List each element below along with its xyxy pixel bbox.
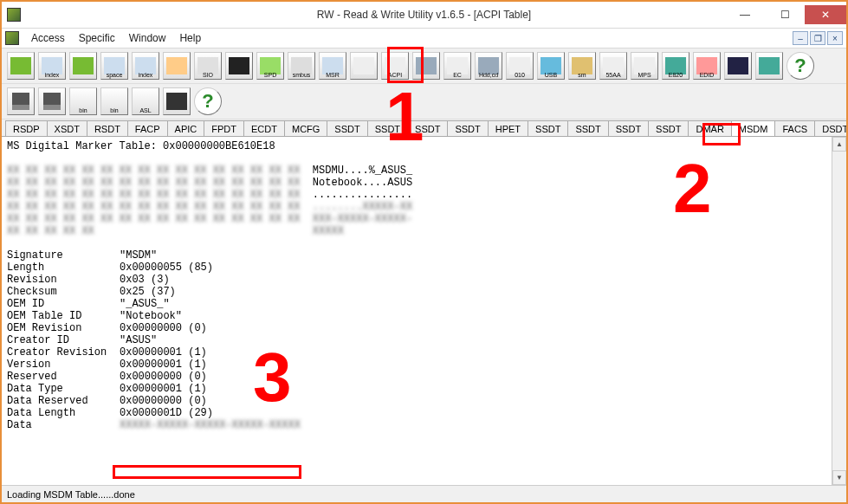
- tab-rsdp-0[interactable]: RSDP: [5, 120, 48, 136]
- index2-icon[interactable]: index: [132, 52, 159, 80]
- tab-ssdt-13[interactable]: SSDT: [528, 120, 568, 136]
- hdd-cd-icon[interactable]: Hdd,cd: [475, 52, 502, 80]
- hex-row: XX XX XX XX XX XX XX XX XX XX XX XX XX X…: [7, 201, 826, 213]
- help-icon[interactable]: ?: [194, 87, 222, 115]
- field-key: OEM ID: [7, 298, 120, 310]
- save-icon[interactable]: [7, 87, 35, 115]
- tab-ssdt-9[interactable]: SSDT: [367, 120, 408, 136]
- tab-msdm-18[interactable]: MSDM: [731, 120, 776, 136]
- smbus-icon[interactable]: smbus: [288, 52, 315, 80]
- dimm2-icon[interactable]: [69, 52, 97, 80]
- smbios-icon[interactable]: sm: [568, 52, 596, 80]
- 010-icon[interactable]: 010: [506, 52, 534, 80]
- tab-facp-3[interactable]: FACP: [127, 120, 168, 136]
- field-value: 0x0000001D (29): [120, 407, 213, 419]
- field-key: OEM Table ID: [7, 310, 120, 322]
- field-value: 0x00000001 (1): [120, 383, 207, 395]
- tab-ecdt-6[interactable]: ECDT: [243, 120, 285, 136]
- doc-icon[interactable]: [350, 52, 378, 80]
- field-value: "MSDM": [120, 249, 157, 262]
- binoculars-icon[interactable]: [163, 87, 191, 115]
- mdi-minimize-button[interactable]: –: [793, 31, 808, 45]
- scroll-track[interactable]: [832, 152, 846, 470]
- field-row: Length0x00000055 (85): [7, 262, 826, 274]
- tab-facs-19[interactable]: FACS: [774, 120, 815, 136]
- edid-icon[interactable]: EDID: [693, 52, 721, 80]
- app-icon-small[interactable]: [5, 31, 19, 45]
- field-value: XXXXX-XXXXX-XXXXX-XXXXX-XXXXX: [120, 419, 301, 431]
- tab-fpdt-5[interactable]: FPDT: [204, 120, 244, 136]
- field-key: Version: [7, 359, 120, 371]
- minimize-button[interactable]: —: [725, 5, 765, 24]
- tab-ssdt-11[interactable]: SSDT: [447, 120, 488, 136]
- chip-icon[interactable]: [163, 52, 191, 80]
- field-key: Length: [7, 262, 120, 274]
- field-value: 0x00000001 (1): [120, 346, 207, 359]
- menu-specific[interactable]: Specific: [72, 32, 122, 44]
- tab-ssdt-10[interactable]: SSDT: [407, 120, 448, 136]
- tab-dmar-17[interactable]: DMAR: [688, 120, 731, 136]
- field-key: OEM Revision: [7, 322, 120, 334]
- scroll-down-button[interactable]: ▼: [832, 470, 846, 485]
- field-row: Reserved0x00000000 (0): [7, 371, 826, 383]
- menubar: Access Specific Window Help – ❐ ×: [2, 28, 846, 48]
- monitor-icon[interactable]: [755, 52, 783, 80]
- content-area: MS Digital Marker Table: 0x00000000BE610…: [2, 136, 846, 485]
- vertical-scrollbar[interactable]: ▲ ▼: [832, 137, 846, 485]
- index-icon[interactable]: index: [38, 52, 66, 80]
- tab-mcfg-7[interactable]: MCFG: [284, 120, 327, 136]
- mps-icon[interactable]: MPS: [631, 52, 658, 80]
- tab-xsdt-1[interactable]: XSDT: [47, 120, 87, 136]
- acpi-icon[interactable]: ACPI: [381, 52, 409, 80]
- hex-row: XX XX XX XX XX XXXXX: [7, 225, 826, 237]
- mdi-restore-button[interactable]: ❐: [810, 31, 825, 45]
- bin2-icon[interactable]: bin: [100, 87, 128, 115]
- sio-icon[interactable]: SIO: [194, 52, 222, 80]
- wave-icon[interactable]: [225, 52, 253, 80]
- bin-icon[interactable]: bin: [69, 87, 97, 115]
- field-row: Revision0x03 (3): [7, 274, 826, 286]
- hex-row: XX XX XX XX XX XX XX XX XX XX XX XX XX X…: [7, 213, 826, 225]
- e820-icon[interactable]: E820: [662, 52, 689, 80]
- spd-icon[interactable]: SPD: [256, 52, 284, 80]
- tab-apic-4[interactable]: APIC: [167, 120, 205, 136]
- field-value: "ASUS": [120, 334, 157, 346]
- tab-ssdt-8[interactable]: SSDT: [327, 120, 367, 136]
- dimm-icon[interactable]: [7, 52, 35, 80]
- field-row: Signature"MSDM": [7, 249, 826, 262]
- tab-strip: RSDPXSDTRSDTFACPAPICFPDTECDTMCFGSSDTSSDT…: [2, 120, 846, 136]
- tab-ssdt-14[interactable]: SSDT: [567, 120, 608, 136]
- maximize-button[interactable]: ☐: [765, 5, 805, 24]
- field-row: Data Length0x0000001D (29): [7, 407, 826, 419]
- cmd-icon[interactable]: [724, 52, 752, 80]
- menu-help[interactable]: Help: [172, 32, 208, 44]
- menu-window[interactable]: Window: [122, 32, 173, 44]
- field-row: Version0x00000001 (1): [7, 359, 826, 371]
- hex-row: XX XX XX XX XX XX XX XX XX XX XX XX XX X…: [7, 177, 826, 189]
- tab-dsdt-20[interactable]: DSDT: [814, 120, 846, 136]
- msr-icon[interactable]: MSR: [319, 52, 346, 80]
- ec-icon[interactable]: EC: [443, 52, 471, 80]
- help-icon[interactable]: ?: [787, 52, 814, 80]
- tab-ssdt-15[interactable]: SSDT: [608, 120, 649, 136]
- usb-icon[interactable]: USB: [537, 52, 565, 80]
- field-key: Data: [7, 419, 120, 431]
- menu-access[interactable]: Access: [24, 32, 72, 44]
- acpi-table-content: MS Digital Marker Table: 0x00000000BE610…: [2, 137, 832, 485]
- field-value: 0x00000055 (85): [120, 262, 213, 274]
- tab-ssdt-16[interactable]: SSDT: [648, 120, 689, 136]
- field-value: "_ASUS_": [120, 298, 170, 310]
- saveall-icon[interactable]: [38, 87, 66, 115]
- field-row: Checksum0x25 (37): [7, 286, 826, 298]
- field-row: DataXXXXX-XXXXX-XXXXX-XXXXX-XXXXX: [7, 419, 826, 431]
- scroll-up-button[interactable]: ▲: [832, 137, 846, 152]
- tab-hpet-12[interactable]: HPET: [488, 120, 528, 136]
- asl-icon[interactable]: ASL: [132, 87, 159, 115]
- close-button[interactable]: ✕: [805, 5, 846, 24]
- hdd-icon[interactable]: [412, 52, 440, 80]
- index-space-icon[interactable]: space: [100, 52, 128, 80]
- tab-rsdt-2[interactable]: RSDT: [87, 120, 128, 136]
- mdi-close-button[interactable]: ×: [827, 31, 843, 45]
- field-key: Data Reserved: [7, 395, 120, 407]
- 55aa-icon[interactable]: 55AA: [599, 52, 627, 80]
